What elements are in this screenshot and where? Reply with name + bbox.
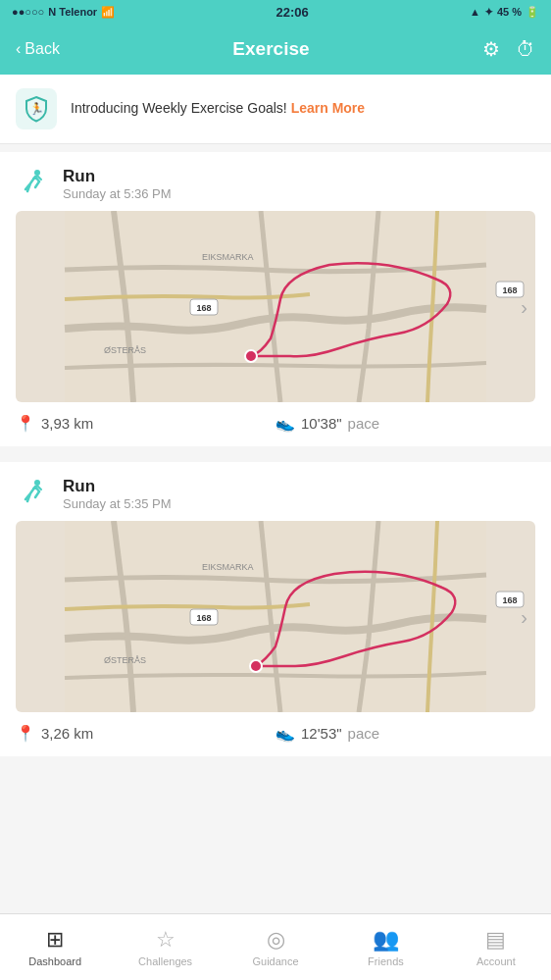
map-chevron-2[interactable]: › xyxy=(521,605,527,628)
status-right: ▲ ✦ 45 % 🔋 xyxy=(470,6,539,19)
back-label: Back xyxy=(25,40,60,58)
exercise-stats-1: 📍 3,93 km 👟 10'38" pace xyxy=(0,402,551,433)
svg-text:ØSTERÅS: ØSTERÅS xyxy=(104,655,146,665)
svg-text:168: 168 xyxy=(502,595,517,605)
guidance-icon: ◎ xyxy=(267,927,285,953)
promo-banner: 🏃 Introducing Weekly Exercise Goals! Lea… xyxy=(0,75,551,144)
distance-value-2: 3,26 km xyxy=(41,725,93,742)
map-svg-1: EIKSMARKA ØSTERÅS 168 168 xyxy=(16,211,535,402)
promo-main-text: Introducing Weekly Exercise Goals! xyxy=(71,100,287,116)
svg-point-18 xyxy=(250,660,262,672)
battery-level: 45 % xyxy=(497,6,522,18)
tab-friends[interactable]: 👥 Friends xyxy=(330,914,440,980)
svg-text:168: 168 xyxy=(502,285,517,295)
tab-bar: ⊞ Dashboard ☆ Challenges ◎ Guidance 👥 Fr… xyxy=(0,913,551,980)
exercise-time-2: Sunday at 5:35 PM xyxy=(63,496,172,511)
tab-guidance-label: Guidance xyxy=(252,955,298,967)
status-left: ●●○○○ N Telenor 📶 xyxy=(12,6,115,19)
pace-label-1: pace xyxy=(348,415,380,432)
tab-account[interactable]: ▤ Account xyxy=(441,914,551,980)
back-chevron-icon: ‹ xyxy=(16,40,21,58)
shoe-icon-2: 👟 xyxy=(276,724,295,743)
account-icon: ▤ xyxy=(485,927,506,953)
location-icon-2: 📍 xyxy=(16,724,35,743)
status-bar: ●●○○○ N Telenor 📶 22:06 ▲ ✦ 45 % 🔋 xyxy=(0,0,551,24)
settings-icon[interactable]: ⚙ xyxy=(482,37,500,61)
run-icon-2 xyxy=(16,476,51,511)
divider-1 xyxy=(0,144,551,152)
exercise-info-1: Run Sunday at 5:36 PM xyxy=(63,167,172,201)
exercise-header-2: Run Sunday at 5:35 PM xyxy=(0,462,551,521)
tab-dashboard-label: Dashboard xyxy=(28,955,81,967)
challenges-icon: ☆ xyxy=(156,927,175,953)
exercise-time-1: Sunday at 5:36 PM xyxy=(63,186,172,201)
tab-dashboard[interactable]: ⊞ Dashboard xyxy=(0,914,110,980)
exercise-card-2: Run Sunday at 5:35 PM EIKSMARKA ØSTERÅS … xyxy=(0,462,551,756)
divider-2 xyxy=(0,454,551,462)
gps-icon: ▲ xyxy=(470,6,480,18)
location-icon-1: 📍 xyxy=(16,414,35,433)
map-container-1[interactable]: EIKSMARKA ØSTERÅS 168 168 › xyxy=(16,211,535,402)
distance-stat-1: 📍 3,93 km xyxy=(16,414,276,433)
top-nav: ‹ Back Exercise ⚙ ⏱ xyxy=(0,24,551,75)
svg-text:🏃: 🏃 xyxy=(29,101,44,116)
bluetooth-icon: ✦ xyxy=(484,6,493,19)
exercise-card-1: Run Sunday at 5:36 PM EIKSMARKA xyxy=(0,152,551,446)
wifi-icon: 📶 xyxy=(101,6,115,19)
exercise-stats-2: 📍 3,26 km 👟 12'53" pace xyxy=(0,712,551,743)
dashboard-icon: ⊞ xyxy=(46,927,64,953)
svg-text:EIKSMARKA: EIKSMARKA xyxy=(202,252,254,262)
friends-icon: 👥 xyxy=(373,927,399,953)
tab-guidance[interactable]: ◎ Guidance xyxy=(221,914,330,980)
pace-value-2: 12'53" xyxy=(301,725,342,742)
nav-icons: ⚙ ⏱ xyxy=(482,37,535,61)
pace-stat-1: 👟 10'38" pace xyxy=(276,414,535,433)
exercise-info-2: Run Sunday at 5:35 PM xyxy=(63,477,172,511)
content-area: 🏃 Introducing Weekly Exercise Goals! Lea… xyxy=(0,75,551,913)
exercise-title-2: Run xyxy=(63,477,172,496)
tab-account-label: Account xyxy=(476,955,516,967)
svg-text:ØSTERÅS: ØSTERÅS xyxy=(104,345,146,355)
pace-label-2: pace xyxy=(348,725,380,742)
stopwatch-icon[interactable]: ⏱ xyxy=(516,38,535,61)
svg-text:168: 168 xyxy=(196,613,211,623)
shield-run-icon: 🏃 xyxy=(23,95,50,123)
exercise-header-1: Run Sunday at 5:36 PM xyxy=(0,152,551,211)
svg-point-9 xyxy=(245,350,257,362)
page-title: Exercise xyxy=(232,38,309,60)
map-container-2[interactable]: EIKSMARKA ØSTERÅS 168 168 › xyxy=(16,521,535,712)
tab-challenges[interactable]: ☆ Challenges xyxy=(110,914,220,980)
shoe-icon-1: 👟 xyxy=(276,414,295,433)
learn-more-link[interactable]: Learn More xyxy=(291,100,365,116)
distance-stat-2: 📍 3,26 km xyxy=(16,724,276,743)
back-button[interactable]: ‹ Back xyxy=(16,40,60,58)
pace-stat-2: 👟 12'53" pace xyxy=(276,724,535,743)
svg-text:EIKSMARKA: EIKSMARKA xyxy=(202,562,254,572)
status-time: 22:06 xyxy=(276,5,308,20)
carrier-name: N Telenor xyxy=(48,6,97,18)
promo-text: Introducing Weekly Exercise Goals! Learn… xyxy=(71,99,365,119)
svg-text:168: 168 xyxy=(196,303,211,313)
run-icon-1 xyxy=(16,166,51,201)
exercise-title-1: Run xyxy=(63,167,172,186)
pace-value-1: 10'38" xyxy=(301,415,342,432)
tab-friends-label: Friends xyxy=(368,955,404,967)
tab-challenges-label: Challenges xyxy=(138,955,192,967)
signal-dots: ●●○○○ xyxy=(12,6,44,18)
map-svg-2: EIKSMARKA ØSTERÅS 168 168 xyxy=(16,521,535,712)
exercise-goals-icon: 🏃 xyxy=(16,88,57,129)
map-chevron-1[interactable]: › xyxy=(521,295,527,318)
battery-icon: 🔋 xyxy=(526,6,539,19)
distance-value-1: 3,93 km xyxy=(41,415,93,432)
